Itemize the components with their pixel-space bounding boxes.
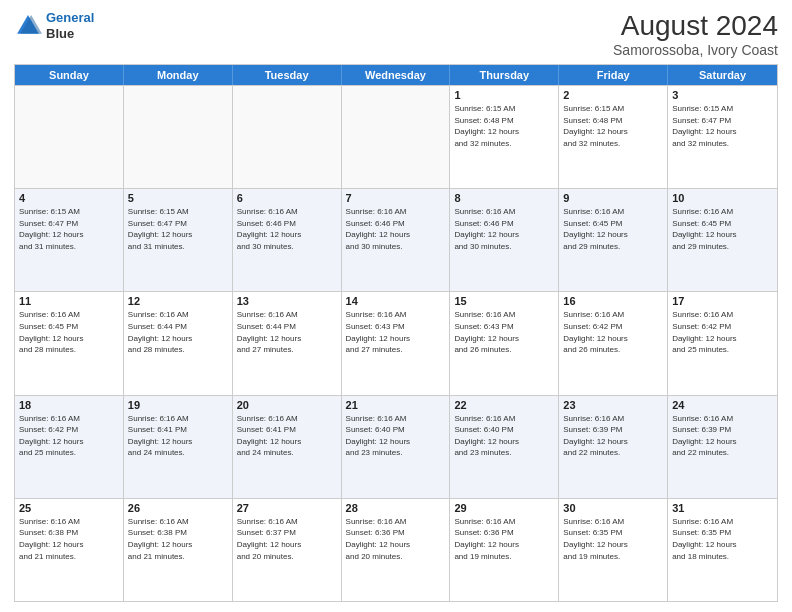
day-info: Sunrise: 6:16 AM Sunset: 6:45 PM Dayligh… [672, 206, 773, 252]
weekday-header: Thursday [450, 65, 559, 85]
day-number: 24 [672, 399, 773, 411]
day-number: 21 [346, 399, 446, 411]
day-number: 8 [454, 192, 554, 204]
day-info: Sunrise: 6:16 AM Sunset: 6:44 PM Dayligh… [128, 309, 228, 355]
calendar-cell [233, 86, 342, 188]
day-number: 10 [672, 192, 773, 204]
calendar-cell: 27Sunrise: 6:16 AM Sunset: 6:37 PM Dayli… [233, 499, 342, 601]
calendar-cell: 2Sunrise: 6:15 AM Sunset: 6:48 PM Daylig… [559, 86, 668, 188]
calendar-cell: 3Sunrise: 6:15 AM Sunset: 6:47 PM Daylig… [668, 86, 777, 188]
day-number: 7 [346, 192, 446, 204]
day-info: Sunrise: 6:16 AM Sunset: 6:43 PM Dayligh… [346, 309, 446, 355]
calendar-cell [342, 86, 451, 188]
day-number: 18 [19, 399, 119, 411]
calendar-body: 1Sunrise: 6:15 AM Sunset: 6:48 PM Daylig… [15, 85, 777, 601]
calendar-cell: 16Sunrise: 6:16 AM Sunset: 6:42 PM Dayli… [559, 292, 668, 394]
calendar-cell: 21Sunrise: 6:16 AM Sunset: 6:40 PM Dayli… [342, 396, 451, 498]
calendar-cell: 9Sunrise: 6:16 AM Sunset: 6:45 PM Daylig… [559, 189, 668, 291]
calendar-cell: 19Sunrise: 6:16 AM Sunset: 6:41 PM Dayli… [124, 396, 233, 498]
subtitle: Samorossoba, Ivory Coast [613, 42, 778, 58]
day-number: 15 [454, 295, 554, 307]
calendar-cell: 12Sunrise: 6:16 AM Sunset: 6:44 PM Dayli… [124, 292, 233, 394]
day-number: 6 [237, 192, 337, 204]
logo-text: General Blue [46, 10, 94, 41]
weekday-header: Friday [559, 65, 668, 85]
calendar-cell: 6Sunrise: 6:16 AM Sunset: 6:46 PM Daylig… [233, 189, 342, 291]
day-number: 28 [346, 502, 446, 514]
calendar-cell: 14Sunrise: 6:16 AM Sunset: 6:43 PM Dayli… [342, 292, 451, 394]
day-number: 12 [128, 295, 228, 307]
day-number: 11 [19, 295, 119, 307]
calendar-cell: 18Sunrise: 6:16 AM Sunset: 6:42 PM Dayli… [15, 396, 124, 498]
calendar-cell: 31Sunrise: 6:16 AM Sunset: 6:35 PM Dayli… [668, 499, 777, 601]
calendar-cell: 17Sunrise: 6:16 AM Sunset: 6:42 PM Dayli… [668, 292, 777, 394]
day-number: 29 [454, 502, 554, 514]
day-info: Sunrise: 6:16 AM Sunset: 6:36 PM Dayligh… [346, 516, 446, 562]
weekday-header: Monday [124, 65, 233, 85]
calendar-week: 25Sunrise: 6:16 AM Sunset: 6:38 PM Dayli… [15, 498, 777, 601]
day-number: 30 [563, 502, 663, 514]
day-number: 9 [563, 192, 663, 204]
calendar-cell: 11Sunrise: 6:16 AM Sunset: 6:45 PM Dayli… [15, 292, 124, 394]
day-info: Sunrise: 6:15 AM Sunset: 6:48 PM Dayligh… [563, 103, 663, 149]
calendar: SundayMondayTuesdayWednesdayThursdayFrid… [14, 64, 778, 602]
logo-icon [14, 12, 42, 40]
day-number: 26 [128, 502, 228, 514]
day-info: Sunrise: 6:16 AM Sunset: 6:42 PM Dayligh… [672, 309, 773, 355]
day-info: Sunrise: 6:16 AM Sunset: 6:39 PM Dayligh… [563, 413, 663, 459]
day-info: Sunrise: 6:16 AM Sunset: 6:38 PM Dayligh… [128, 516, 228, 562]
day-number: 23 [563, 399, 663, 411]
calendar-cell: 23Sunrise: 6:16 AM Sunset: 6:39 PM Dayli… [559, 396, 668, 498]
calendar-cell: 26Sunrise: 6:16 AM Sunset: 6:38 PM Dayli… [124, 499, 233, 601]
calendar-cell: 25Sunrise: 6:16 AM Sunset: 6:38 PM Dayli… [15, 499, 124, 601]
day-info: Sunrise: 6:16 AM Sunset: 6:36 PM Dayligh… [454, 516, 554, 562]
day-info: Sunrise: 6:16 AM Sunset: 6:39 PM Dayligh… [672, 413, 773, 459]
day-info: Sunrise: 6:16 AM Sunset: 6:40 PM Dayligh… [346, 413, 446, 459]
day-number: 22 [454, 399, 554, 411]
day-number: 4 [19, 192, 119, 204]
calendar-week: 11Sunrise: 6:16 AM Sunset: 6:45 PM Dayli… [15, 291, 777, 394]
calendar-cell [124, 86, 233, 188]
calendar-week: 18Sunrise: 6:16 AM Sunset: 6:42 PM Dayli… [15, 395, 777, 498]
day-number: 5 [128, 192, 228, 204]
day-info: Sunrise: 6:16 AM Sunset: 6:35 PM Dayligh… [563, 516, 663, 562]
weekday-header: Sunday [15, 65, 124, 85]
calendar-cell: 13Sunrise: 6:16 AM Sunset: 6:44 PM Dayli… [233, 292, 342, 394]
day-info: Sunrise: 6:16 AM Sunset: 6:46 PM Dayligh… [237, 206, 337, 252]
day-info: Sunrise: 6:16 AM Sunset: 6:45 PM Dayligh… [563, 206, 663, 252]
calendar-week: 4Sunrise: 6:15 AM Sunset: 6:47 PM Daylig… [15, 188, 777, 291]
day-number: 2 [563, 89, 663, 101]
calendar-cell: 30Sunrise: 6:16 AM Sunset: 6:35 PM Dayli… [559, 499, 668, 601]
day-info: Sunrise: 6:16 AM Sunset: 6:41 PM Dayligh… [237, 413, 337, 459]
calendar-cell: 5Sunrise: 6:15 AM Sunset: 6:47 PM Daylig… [124, 189, 233, 291]
calendar-cell: 20Sunrise: 6:16 AM Sunset: 6:41 PM Dayli… [233, 396, 342, 498]
page: General Blue August 2024 Samorossoba, Iv… [0, 0, 792, 612]
day-info: Sunrise: 6:16 AM Sunset: 6:46 PM Dayligh… [454, 206, 554, 252]
day-info: Sunrise: 6:16 AM Sunset: 6:35 PM Dayligh… [672, 516, 773, 562]
day-info: Sunrise: 6:15 AM Sunset: 6:47 PM Dayligh… [128, 206, 228, 252]
day-number: 27 [237, 502, 337, 514]
day-number: 13 [237, 295, 337, 307]
day-number: 14 [346, 295, 446, 307]
calendar-week: 1Sunrise: 6:15 AM Sunset: 6:48 PM Daylig… [15, 85, 777, 188]
day-info: Sunrise: 6:16 AM Sunset: 6:42 PM Dayligh… [19, 413, 119, 459]
day-info: Sunrise: 6:16 AM Sunset: 6:41 PM Dayligh… [128, 413, 228, 459]
day-number: 16 [563, 295, 663, 307]
day-number: 31 [672, 502, 773, 514]
day-info: Sunrise: 6:16 AM Sunset: 6:46 PM Dayligh… [346, 206, 446, 252]
day-info: Sunrise: 6:16 AM Sunset: 6:38 PM Dayligh… [19, 516, 119, 562]
header: General Blue August 2024 Samorossoba, Iv… [14, 10, 778, 58]
day-info: Sunrise: 6:15 AM Sunset: 6:48 PM Dayligh… [454, 103, 554, 149]
calendar-cell: 28Sunrise: 6:16 AM Sunset: 6:36 PM Dayli… [342, 499, 451, 601]
calendar-cell: 24Sunrise: 6:16 AM Sunset: 6:39 PM Dayli… [668, 396, 777, 498]
day-info: Sunrise: 6:15 AM Sunset: 6:47 PM Dayligh… [672, 103, 773, 149]
calendar-cell [15, 86, 124, 188]
day-info: Sunrise: 6:16 AM Sunset: 6:44 PM Dayligh… [237, 309, 337, 355]
day-info: Sunrise: 6:16 AM Sunset: 6:40 PM Dayligh… [454, 413, 554, 459]
weekday-header: Wednesday [342, 65, 451, 85]
calendar-cell: 15Sunrise: 6:16 AM Sunset: 6:43 PM Dayli… [450, 292, 559, 394]
day-info: Sunrise: 6:16 AM Sunset: 6:45 PM Dayligh… [19, 309, 119, 355]
calendar-cell: 29Sunrise: 6:16 AM Sunset: 6:36 PM Dayli… [450, 499, 559, 601]
day-number: 25 [19, 502, 119, 514]
main-title: August 2024 [613, 10, 778, 42]
